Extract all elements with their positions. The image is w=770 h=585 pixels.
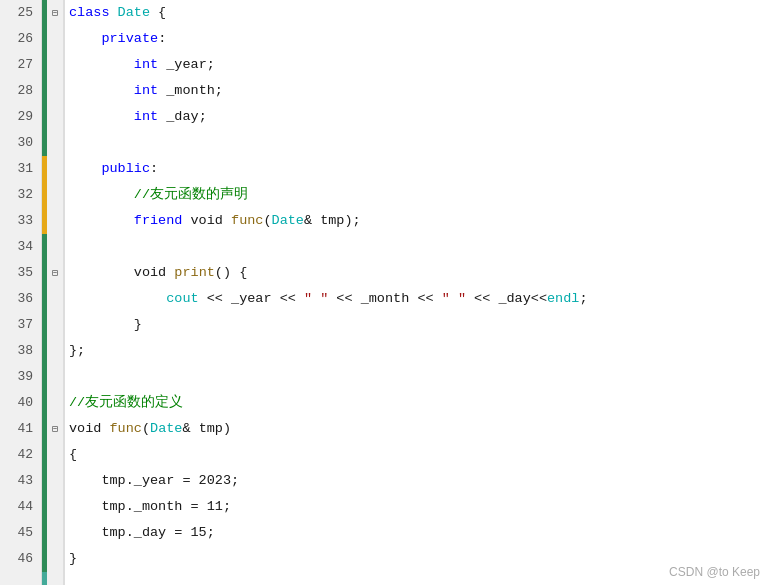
gutter-line — [47, 208, 63, 234]
watermark: CSDN @to Keep — [669, 565, 760, 579]
token: { — [150, 0, 166, 26]
gutter-line[interactable]: ⊟ — [47, 416, 63, 442]
token: { — [69, 442, 77, 468]
gutter-line — [47, 182, 63, 208]
code-line: tmp._month = 11; — [69, 494, 770, 520]
gutter-line — [47, 390, 63, 416]
code-line: { — [69, 442, 770, 468]
gutter-line — [47, 78, 63, 104]
line-number: 32 — [8, 182, 33, 208]
token: << _year << — [199, 286, 304, 312]
line-number: 46 — [8, 546, 33, 572]
line-number: 40 — [8, 390, 33, 416]
line-number: 42 — [8, 442, 33, 468]
line-number: 39 — [8, 364, 33, 390]
code-line: private: — [69, 26, 770, 52]
gutter-line — [47, 494, 63, 520]
gutter-line — [47, 156, 63, 182]
indent-space — [69, 26, 101, 52]
line-number: 43 — [8, 468, 33, 494]
token: : — [150, 156, 158, 182]
token: ( — [263, 208, 271, 234]
indent-space — [69, 78, 134, 104]
code-line: friend void func(Date& tmp); — [69, 208, 770, 234]
line-number: 37 — [8, 312, 33, 338]
token: endl — [547, 286, 579, 312]
token: void — [182, 208, 231, 234]
token: cout — [166, 286, 198, 312]
gutter: ⊟⊟⊟ — [47, 0, 65, 585]
line-number: 41 — [8, 416, 33, 442]
code-line: //友元函数的声明 — [69, 182, 770, 208]
token: Date — [118, 0, 150, 26]
indent-space — [69, 494, 101, 520]
code-line — [69, 234, 770, 260]
code-line: //友元函数的定义 — [69, 390, 770, 416]
token: //友元函数的声明 — [134, 182, 248, 208]
token: }; — [69, 338, 85, 364]
token: Date — [272, 208, 304, 234]
gutter-line — [47, 468, 63, 494]
code-line: tmp._day = 15; — [69, 520, 770, 546]
gutter-line — [47, 364, 63, 390]
token: public — [101, 156, 150, 182]
code-lines: class Date { private: int _year; int _mo… — [65, 0, 770, 585]
token: int — [134, 104, 158, 130]
collapse-icon[interactable]: ⊟ — [52, 7, 58, 19]
indent-space — [69, 52, 134, 78]
indent-space — [69, 260, 134, 286]
code-line: } — [69, 546, 770, 572]
code-line: void print() { — [69, 260, 770, 286]
line-number: 30 — [8, 130, 33, 156]
gutter-line — [47, 286, 63, 312]
token: _year; — [158, 52, 215, 78]
gutter-line — [47, 130, 63, 156]
token: int — [134, 78, 158, 104]
line-number: 34 — [8, 234, 33, 260]
gutter-line[interactable]: ⊟ — [47, 0, 63, 26]
gutter-line — [47, 312, 63, 338]
token: void — [134, 260, 175, 286]
code-line: int _year; — [69, 52, 770, 78]
code-line: }; — [69, 338, 770, 364]
collapse-icon[interactable]: ⊟ — [52, 423, 58, 435]
token: & tmp); — [304, 208, 361, 234]
gutter-line — [47, 26, 63, 52]
line-number: 29 — [8, 104, 33, 130]
indent-space — [69, 286, 166, 312]
indent-space — [69, 156, 101, 182]
line-numbers: 2526272829303132333435363738394041424344… — [0, 0, 42, 585]
code-area: 2526272829303132333435363738394041424344… — [0, 0, 770, 585]
code-editor: 2526272829303132333435363738394041424344… — [0, 0, 770, 585]
gutter-line[interactable]: ⊟ — [47, 260, 63, 286]
token: _month; — [158, 78, 223, 104]
token: << _month << — [328, 286, 441, 312]
token: : — [158, 26, 166, 52]
gutter-line — [47, 442, 63, 468]
token: private — [101, 26, 158, 52]
token: tmp._year = 2023; — [101, 468, 239, 494]
indent-space — [69, 312, 134, 338]
token: func — [231, 208, 263, 234]
token: } — [134, 312, 142, 338]
token: << _day<< — [466, 286, 547, 312]
indent-space — [69, 182, 134, 208]
token: friend — [134, 208, 183, 234]
indent-space — [69, 104, 134, 130]
line-number: 33 — [8, 208, 33, 234]
code-line — [69, 364, 770, 390]
gutter-line — [47, 520, 63, 546]
line-number: 45 — [8, 520, 33, 546]
indent-space — [69, 468, 101, 494]
code-line: class Date { — [69, 0, 770, 26]
code-line — [69, 130, 770, 156]
token: Date — [150, 416, 182, 442]
line-number: 27 — [8, 52, 33, 78]
line-number: 35 — [8, 260, 33, 286]
collapse-icon[interactable]: ⊟ — [52, 267, 58, 279]
token: ; — [579, 286, 587, 312]
code-line: cout << _year << " " << _month << " " <<… — [69, 286, 770, 312]
token: ( — [142, 416, 150, 442]
token: func — [110, 416, 142, 442]
gutter-line — [47, 52, 63, 78]
